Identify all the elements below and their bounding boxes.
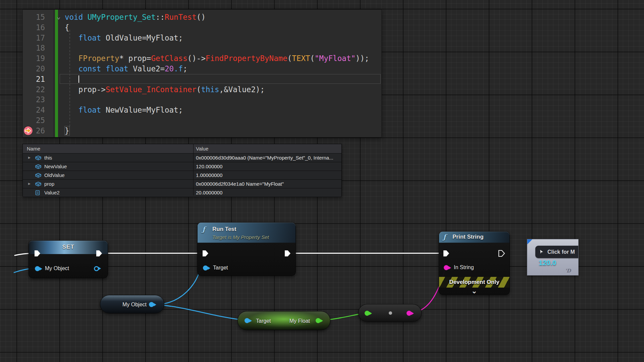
print-string-node-header[interactable]: ƒ Print String	[439, 232, 509, 243]
code-text: float OldValue=MyFloat;	[65, 33, 183, 43]
code-line[interactable]: 24 float NewValue=MyFloat;	[23, 105, 381, 115]
code-token: OldValue=MyFloat;	[106, 34, 183, 42]
expand-chevron-down-icon[interactable]: ⌄	[439, 289, 509, 293]
line-number[interactable]: 25	[23, 115, 52, 126]
expander-icon[interactable]: ▶	[28, 182, 31, 185]
my-float-getter-node[interactable]: Target My Float	[237, 311, 330, 330]
exec-input-pin[interactable]	[34, 250, 41, 257]
exec-input-pin[interactable]	[202, 250, 209, 257]
line-number[interactable]: 19	[23, 53, 52, 64]
run-test-node[interactable]: ƒ Run Test Target is My Property Set Tar…	[197, 222, 296, 276]
my-float-output-pin[interactable]	[316, 318, 321, 323]
code-token: GetClass	[151, 54, 187, 63]
exec-output-pin[interactable]	[95, 250, 103, 257]
text-cursor	[78, 75, 79, 83]
code-token: ()->	[187, 54, 206, 63]
conversion-input-pin[interactable]	[365, 311, 370, 316]
print-string-node[interactable]: ƒ Print String In String Development Onl…	[439, 231, 510, 295]
my-float-pin-label: My Float	[289, 318, 310, 324]
line-number[interactable]: 16	[23, 22, 52, 33]
variable-value: 20.0000000	[196, 190, 222, 195]
print-string-title: Print String	[452, 234, 484, 240]
code-token: ;	[183, 64, 187, 73]
code-text: float NewValue=MyFloat;	[65, 105, 183, 115]
my-object-getter-node[interactable]: My Object	[100, 295, 164, 313]
set-node[interactable]: SET My Object	[29, 240, 108, 278]
line-number[interactable]: 27	[23, 136, 52, 137]
exec-input-pin[interactable]	[442, 250, 450, 257]
object-variable-icon	[35, 173, 42, 179]
line-number[interactable]: 24	[23, 105, 52, 115]
float-to-string-conversion-node[interactable]	[358, 304, 422, 322]
expander-icon[interactable]: ▶	[28, 156, 31, 159]
line-number[interactable]: 23	[23, 95, 52, 105]
object-wire-myobject-to-getter-target[interactable]	[154, 305, 245, 320]
code-line[interactable]: 16{	[23, 22, 381, 33]
exec-output-pin[interactable]	[498, 250, 505, 257]
code-line[interactable]: 19 FProperty* prop=GetClass()->FindPrope…	[23, 53, 381, 64]
target-input-pin[interactable]	[245, 318, 250, 323]
line-number[interactable]: 20	[23, 64, 52, 74]
code-line[interactable]: 27	[23, 136, 381, 137]
line-number[interactable]: 21	[23, 74, 52, 84]
click-for-more-button[interactable]: Click for M	[535, 246, 579, 258]
object-variable-icon	[35, 164, 42, 170]
target-input-pin[interactable]	[203, 265, 208, 270]
code-token: const float	[78, 64, 133, 73]
in-string-input-pin[interactable]	[444, 265, 449, 270]
code-text: {	[65, 22, 69, 33]
variable-name: Value2	[44, 190, 60, 195]
line-number[interactable]: 22	[23, 84, 52, 95]
code-line[interactable]: 17 float OldValue=MyFloat;	[23, 33, 381, 43]
code-editor-panel[interactable]: 15⌄void UMyProperty_Set::RunTest()16{17 …	[22, 9, 382, 137]
code-line[interactable]: 15⌄void UMyProperty_Set::RunTest()	[23, 12, 381, 22]
set-output-pin[interactable]	[94, 266, 99, 271]
code-line[interactable]: 18	[23, 43, 381, 53]
run-test-node-header[interactable]: ƒ Run Test Target is My Property Set	[198, 223, 296, 243]
execution-pointer-icon[interactable]	[24, 126, 33, 135]
code-lines[interactable]: 15⌄void UMyProperty_Set::RunTest()16{17 …	[23, 12, 381, 137]
conversion-output-pin[interactable]	[407, 311, 412, 316]
code-token: ));	[356, 54, 369, 63]
variable-name: NewValue	[44, 164, 67, 169]
column-divider[interactable]	[193, 144, 194, 195]
watch-row[interactable]: ▶prop0x000006d2f034e1a0 Name="MyFloat"	[23, 180, 341, 188]
code-line[interactable]: 22 prop->SetValue_InContainer(this,&Valu…	[23, 84, 381, 95]
variable-value: 0x000006d30d90aaa0 (Name="MyProperty_Set…	[196, 155, 333, 161]
in-string-pin-label: In String	[454, 264, 474, 270]
exec-output-pin[interactable]	[284, 250, 291, 257]
watch-row[interactable]: Value220.0000000	[23, 188, 341, 197]
bubble-corner-marker	[527, 239, 532, 244]
code-line[interactable]: 26}	[23, 126, 381, 136]
code-token: FProperty	[78, 54, 119, 63]
unreal-blueprint-editor: 15⌄void UMyProperty_Set::RunTest()16{17 …	[0, 0, 644, 362]
watch-row[interactable]: ▶this0x000006d30d90aaa0 (Name="MyPropert…	[23, 154, 341, 162]
code-token: NewValue=MyFloat;	[106, 106, 183, 114]
function-icon: ƒ	[443, 233, 446, 241]
code-token: float	[78, 106, 106, 114]
code-text: }	[65, 126, 69, 136]
my-object-input-pin[interactable]	[35, 266, 40, 271]
watch-row[interactable]: NewValue120.000000	[23, 162, 341, 171]
debug-value-bubble: Click for M 120.0 'D	[527, 239, 579, 276]
code-line[interactable]: 21	[23, 74, 381, 84]
code-token	[65, 34, 78, 42]
variable-value: 0x000006d2f034e1a0 Name="MyFloat"	[196, 181, 284, 187]
object-variable-icon	[35, 155, 42, 162]
object-variable-icon	[35, 181, 42, 188]
code-token: Value2=	[133, 64, 165, 73]
line-number[interactable]: 18	[23, 43, 52, 53]
code-token: prop->	[65, 85, 106, 94]
my-object-output-pin[interactable]	[149, 302, 154, 307]
code-text: const float Value2=20.f;	[65, 64, 187, 74]
code-line[interactable]: 25	[23, 115, 381, 126]
bubble-watermark: 'D	[565, 268, 571, 274]
line-number[interactable]: 15	[23, 12, 52, 22]
code-token: ⌄	[57, 11, 60, 22]
code-line[interactable]: 23	[23, 95, 381, 105]
code-token: RunTest	[165, 13, 197, 21]
line-number[interactable]: 17	[23, 33, 52, 43]
variable-value: 1.00000000	[196, 172, 222, 178]
watch-row[interactable]: OldValue1.00000000	[23, 171, 341, 180]
code-line[interactable]: 20 const float Value2=20.f;	[23, 64, 381, 74]
